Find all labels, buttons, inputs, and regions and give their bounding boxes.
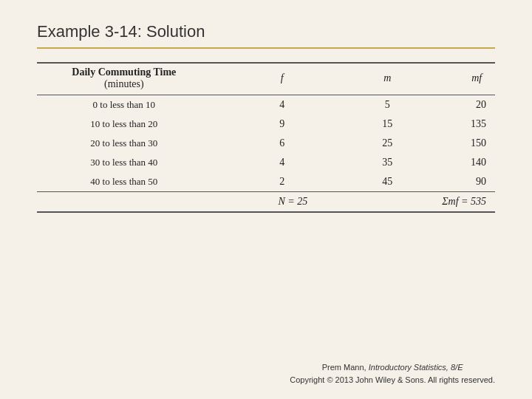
row-m: 45 bbox=[353, 172, 422, 192]
row-spacer1 bbox=[211, 153, 248, 172]
row-mf: 150 bbox=[458, 134, 495, 153]
row-f: 4 bbox=[248, 153, 316, 172]
col-header-spacer3 bbox=[422, 63, 459, 93]
footer-line1: Prem Mann, Introductory Statistics, 8/E bbox=[290, 361, 495, 374]
row-mf: 140 bbox=[458, 153, 495, 172]
row-label: 0 to less than 10 bbox=[37, 95, 211, 115]
table-row: 40 to less than 50 2 45 90 bbox=[37, 172, 495, 192]
row-spacer1 bbox=[211, 134, 248, 153]
table-row: 20 to less than 30 6 25 150 bbox=[37, 134, 495, 153]
row-m: 25 bbox=[353, 134, 422, 153]
row-spacer2 bbox=[316, 172, 353, 192]
row-spacer3 bbox=[422, 115, 459, 134]
row-label: 30 to less than 40 bbox=[37, 153, 211, 172]
col-header-m: m bbox=[353, 63, 422, 93]
page-footer: Prem Mann, Introductory Statistics, 8/E … bbox=[290, 361, 495, 386]
row-m: 5 bbox=[353, 95, 422, 115]
row-spacer1 bbox=[211, 115, 248, 134]
col-header-mf: mf bbox=[458, 63, 495, 93]
row-mf: 135 bbox=[458, 115, 495, 134]
table-row: 0 to less than 10 4 5 20 bbox=[37, 95, 495, 115]
row-spacer1 bbox=[211, 172, 248, 192]
row-label: 20 to less than 30 bbox=[37, 134, 211, 153]
footer-n: N = 25 bbox=[37, 191, 316, 212]
footer-line2: Copyright © 2013 John Wiley & Sons. All … bbox=[290, 374, 495, 386]
row-label: 10 to less than 20 bbox=[37, 115, 211, 134]
row-spacer2 bbox=[316, 134, 353, 153]
page: Example 3-14: Solution Daily Commuting T… bbox=[0, 0, 532, 399]
row-spacer3 bbox=[422, 95, 459, 115]
table-footer-row: N = 25 Σmf = 535 bbox=[37, 191, 495, 212]
title-divider bbox=[37, 47, 495, 49]
row-f: 2 bbox=[248, 172, 316, 192]
row-spacer2 bbox=[316, 95, 353, 115]
table-body: 0 to less than 10 4 5 20 10 to less than… bbox=[37, 95, 495, 191]
row-label: 40 to less than 50 bbox=[37, 172, 211, 192]
col-header-spacer1 bbox=[211, 63, 248, 93]
footer-sum: Σmf = 535 bbox=[353, 191, 495, 212]
row-spacer1 bbox=[211, 95, 248, 115]
table-footer: N = 25 Σmf = 535 bbox=[37, 191, 495, 212]
row-spacer3 bbox=[422, 172, 459, 192]
col-header-label: Daily Commuting Time (minutes) bbox=[37, 63, 211, 93]
row-f: 6 bbox=[248, 134, 316, 153]
row-m: 35 bbox=[353, 153, 422, 172]
row-spacer2 bbox=[316, 115, 353, 134]
col-header-f: f bbox=[248, 63, 316, 93]
table-row: 30 to less than 40 4 35 140 bbox=[37, 153, 495, 172]
row-m: 15 bbox=[353, 115, 422, 134]
row-f: 4 bbox=[248, 95, 316, 115]
footer-spacer bbox=[316, 191, 353, 212]
row-mf: 20 bbox=[458, 95, 495, 115]
row-mf: 90 bbox=[458, 172, 495, 192]
row-spacer3 bbox=[422, 134, 459, 153]
col-header-spacer2 bbox=[316, 63, 353, 93]
row-spacer2 bbox=[316, 153, 353, 172]
table-row: 10 to less than 20 9 15 135 bbox=[37, 115, 495, 134]
row-f: 9 bbox=[248, 115, 316, 134]
page-title: Example 3-14: Solution bbox=[37, 22, 495, 41]
table-top-border-row: Daily Commuting Time (minutes) f m mf bbox=[37, 63, 495, 93]
data-table: Daily Commuting Time (minutes) f m mf 0 … bbox=[37, 62, 495, 213]
row-spacer3 bbox=[422, 153, 459, 172]
